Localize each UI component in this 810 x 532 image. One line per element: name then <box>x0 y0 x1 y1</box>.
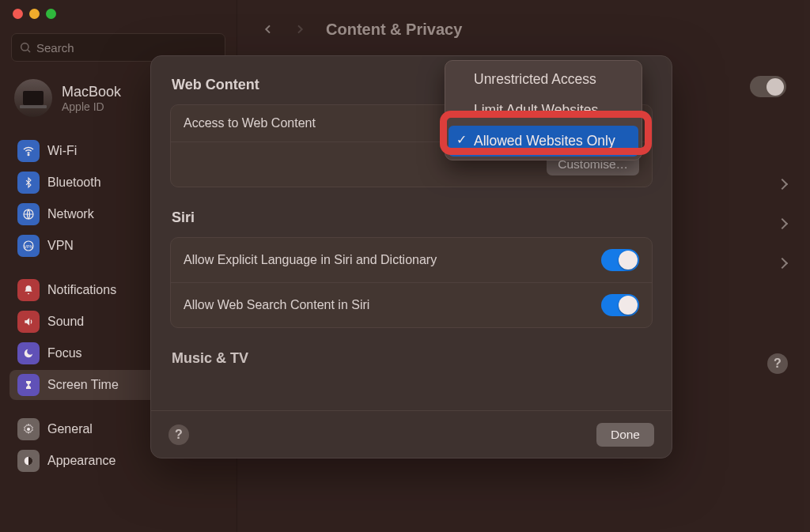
main-header: Content & Privacy <box>237 8 810 51</box>
toggle-web-search[interactable] <box>601 294 639 316</box>
chevron-right-icon <box>777 179 788 190</box>
close-window[interactable] <box>13 9 23 19</box>
dropdown-option-allowed-only[interactable]: Allowed Websites Only <box>449 126 638 157</box>
bluetooth-icon <box>17 172 40 194</box>
wifi-icon <box>17 140 40 162</box>
toggle-explicit-language[interactable] <box>601 249 639 271</box>
zoom-window[interactable] <box>46 9 56 19</box>
window-controls <box>13 9 56 19</box>
bell-icon <box>17 279 40 301</box>
hourglass-icon <box>17 374 40 396</box>
search-placeholder: Search <box>36 41 74 55</box>
bg-toggle-row <box>750 76 786 97</box>
search-icon <box>19 41 32 54</box>
dropdown-option-limit-adult[interactable]: Limit Adult Websites <box>449 95 638 126</box>
bg-row-2[interactable] <box>778 220 786 228</box>
bg-help-button[interactable]: ? <box>767 353 788 374</box>
bg-row-1[interactable] <box>778 180 786 188</box>
section-title-siri: Siri <box>172 209 651 226</box>
svg-text:VPN: VPN <box>25 244 33 249</box>
sound-icon <box>17 311 40 333</box>
chevron-right-icon <box>777 218 788 229</box>
forward-button[interactable] <box>291 21 308 38</box>
siri-row-explicit: Allow Explicit Language in Siri and Dict… <box>171 238 652 282</box>
globe-icon <box>17 203 40 225</box>
done-button[interactable]: Done <box>596 423 654 447</box>
account-name: MacBook <box>62 84 121 100</box>
minimize-window[interactable] <box>29 9 40 19</box>
access-row: Access to Web Content Unrestricted Acces… <box>171 105 652 141</box>
dropdown-option-unrestricted[interactable]: Unrestricted Access <box>449 64 638 95</box>
siri-group: Allow Explicit Language in Siri and Dict… <box>170 237 653 328</box>
access-dropdown-menu: Unrestricted Access Limit Adult Websites… <box>445 60 642 160</box>
vpn-icon: VPN <box>17 235 40 257</box>
account-sub: Apple ID <box>62 100 121 113</box>
sheet-footer: ? Done <box>151 410 672 458</box>
section-title-music: Music & TV <box>172 350 651 367</box>
web-content-group: Access to Web Content Unrestricted Acces… <box>170 104 653 187</box>
svg-point-2 <box>28 154 29 156</box>
gear-icon <box>17 418 40 440</box>
moon-icon <box>17 342 40 364</box>
content-privacy-sheet: Web Content Access to Web Content Unrest… <box>150 55 672 458</box>
svg-line-1 <box>28 50 30 52</box>
chevron-right-icon <box>777 258 788 269</box>
back-button[interactable] <box>259 21 277 38</box>
bg-row-3[interactable] <box>778 259 786 267</box>
help-button[interactable]: ? <box>168 424 189 445</box>
siri-row-websearch: Allow Web Search Content in Siri <box>171 282 652 327</box>
svg-point-6 <box>27 428 30 431</box>
avatar <box>14 79 52 117</box>
svg-point-0 <box>21 43 28 51</box>
bg-toggle[interactable] <box>750 76 786 97</box>
appearance-icon <box>17 450 40 472</box>
access-label: Access to Web Content <box>184 116 316 130</box>
page-title: Content & Privacy <box>326 21 462 39</box>
